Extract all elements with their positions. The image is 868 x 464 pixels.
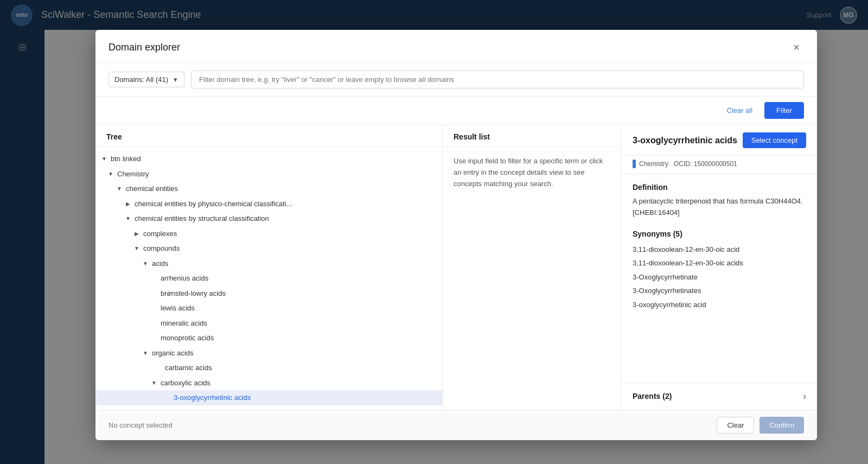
definition-title: Definition (633, 183, 806, 192)
tree-item-selected[interactable]: 3-oxoglycyrrhetinic acids (95, 390, 442, 405)
toggle-icon: ▶ (132, 229, 141, 238)
tree-item[interactable]: ▶ complexes (95, 226, 442, 241)
modal-body: Tree ▼ btn linked ▼ Chemistry ▼ chemical… (95, 125, 817, 410)
tree-item-label: Chemistry (117, 169, 149, 180)
tree-item-label: arrhenius acids (161, 273, 208, 284)
tree-item[interactable]: ▼ chemical entities (95, 181, 442, 196)
toggle-icon: ▼ (141, 259, 150, 268)
synonyms-title: Synonyms (5) (633, 230, 806, 238)
tree-item[interactable]: carbamic acids (95, 360, 442, 376)
clear-all-button[interactable]: Clear all (721, 103, 758, 118)
synonym-item: 3,11-dioxoolean-12-en-30-oic acids (633, 256, 806, 270)
synonym-item: 3-Oxoglycyrrhetinate (633, 270, 806, 284)
concept-header: 3-oxoglycyrrhetinic acids Select concept (622, 125, 817, 155)
tree-item[interactable]: ▼ Chemistry (95, 167, 442, 182)
concept-definition: A pentacyclic triterpenoid that has form… (633, 196, 806, 219)
filter-bar: Domains: All (41) ▾ (95, 63, 817, 97)
concept-domain: Chemistry (639, 160, 668, 168)
concept-domain-badge: Chemistry (633, 160, 668, 168)
tree-item-label: chemical entities by physico-chemical cl… (135, 199, 292, 209)
synonym-item: 3-Oxoglycyrrhetinates (633, 284, 806, 298)
tree-item[interactable]: ▼ chemical entities by structural classi… (95, 211, 442, 226)
chevron-down-icon: ▾ (174, 75, 177, 84)
tree-item-label: compounds (143, 243, 180, 254)
parents-label: Parents (2) (633, 392, 672, 401)
tree-panel-title: Tree (95, 125, 442, 147)
tree-item-label: organic acids (152, 348, 194, 359)
clear-button[interactable]: Clear (717, 417, 754, 434)
concept-detail-panel: 3-oxoglycyrrhetinic acids Select concept… (622, 125, 817, 410)
modal-header: Domain explorer × (95, 30, 817, 63)
tree-panel: Tree ▼ btn linked ▼ Chemistry ▼ chemical… (95, 125, 443, 410)
tree-item-label: mineralic acids (161, 318, 207, 329)
chevron-down-icon: › (803, 391, 806, 402)
domains-label: Domains: All (41) (114, 75, 168, 84)
concept-body: Definition A pentacyclic triterpenoid th… (622, 174, 817, 383)
toggle-icon: ▼ (100, 155, 108, 163)
concept-meta: Chemistry OCID: 150000000501 (622, 155, 817, 174)
toggle-icon (167, 393, 171, 402)
filter-button[interactable]: Filter (764, 102, 804, 119)
toggle-icon (154, 334, 158, 342)
tree-item-label: complexes (143, 228, 177, 239)
tree-item-label: lewis acids (161, 303, 195, 314)
result-hint: Use input field to filter for a specific… (443, 147, 621, 198)
synonym-item: 3-oxoglycyrrhetinic acid (633, 298, 806, 312)
tree-item[interactable]: brønsted-lowry acids (95, 286, 442, 301)
toggle-icon (158, 364, 163, 372)
concept-ocid: OCID: 150000000501 (674, 160, 737, 168)
no-concept-label: No concept selected (108, 421, 173, 429)
tree-item[interactable]: ▼ organic acids (95, 346, 442, 361)
tree-item[interactable]: ▼ carboxylic acids (95, 376, 442, 391)
parents-section[interactable]: Parents (2) › (622, 383, 817, 410)
toggle-icon (154, 304, 158, 313)
tree-item[interactable]: lewis acids (95, 301, 442, 316)
result-panel: Result list Use input field to filter fo… (443, 125, 622, 410)
toggle-icon: ▶ (124, 199, 132, 208)
toggle-icon (154, 274, 158, 283)
toggle-icon: ▼ (124, 214, 132, 223)
tree-item[interactable]: monoprotic acids (95, 330, 442, 346)
domain-color-bar (633, 160, 636, 168)
confirm-button[interactable]: Confirm (760, 417, 804, 434)
filter-actions: Clear all Filter (95, 97, 817, 125)
tree-item-label: acids (152, 258, 168, 269)
toggle-icon: ▼ (150, 378, 158, 387)
tree-item-label: carbamic acids (165, 363, 212, 373)
toggle-icon: ▼ (132, 244, 141, 253)
tree-item-label: carboxylic acids (161, 378, 210, 389)
tree-item-label: monoprotic acids (161, 333, 214, 344)
select-concept-button[interactable]: Select concept (743, 132, 806, 148)
tree-item-label: chemical entities (126, 183, 178, 194)
tree-item-label: btn linked (111, 154, 141, 164)
tree-item-label: chemical entities by structural classifi… (135, 213, 269, 224)
tree-item-label: brønsted-lowry acids (161, 288, 226, 299)
tree-item[interactable]: mineralic acids (95, 316, 442, 331)
modal-container: Domain explorer × Domains: All (41) ▾ Cl… (44, 24, 868, 464)
toggle-icon (154, 289, 158, 297)
toggle-icon: ▼ (115, 185, 124, 193)
tree-item[interactable]: ▼ acids (95, 256, 442, 271)
synonym-item: 3,11-dioxoolean-12-en-30-oic acid (633, 243, 806, 257)
domains-dropdown[interactable]: Domains: All (41) ▾ (108, 72, 184, 87)
domain-filter-input[interactable] (191, 71, 804, 88)
domain-explorer-dialog: Domain explorer × Domains: All (41) ▾ Cl… (95, 30, 817, 440)
modal-title: Domain explorer (108, 42, 180, 53)
tree-item-label: 3-oxoglycyrrhetinic acids (174, 392, 251, 403)
footer-actions: Clear Confirm (717, 417, 804, 434)
result-panel-title: Result list (443, 125, 621, 147)
toggle-icon: ▼ (141, 348, 150, 357)
tree-scroll[interactable]: ▼ btn linked ▼ Chemistry ▼ chemical enti… (95, 147, 442, 410)
tree-item[interactable]: ▼ btn linked (95, 151, 442, 167)
tree-item[interactable]: ▼ compounds (95, 241, 442, 256)
tree-item[interactable]: ▶ chemical entities by physico-chemical … (95, 196, 442, 212)
concept-name: 3-oxoglycyrrhetinic acids (633, 136, 737, 145)
toggle-icon: ▼ (106, 169, 115, 178)
modal-footer: No concept selected Clear Confirm (95, 410, 817, 440)
close-button[interactable]: × (789, 40, 804, 55)
tree-item[interactable]: arrhenius acids (95, 271, 442, 286)
toggle-icon (154, 319, 158, 327)
